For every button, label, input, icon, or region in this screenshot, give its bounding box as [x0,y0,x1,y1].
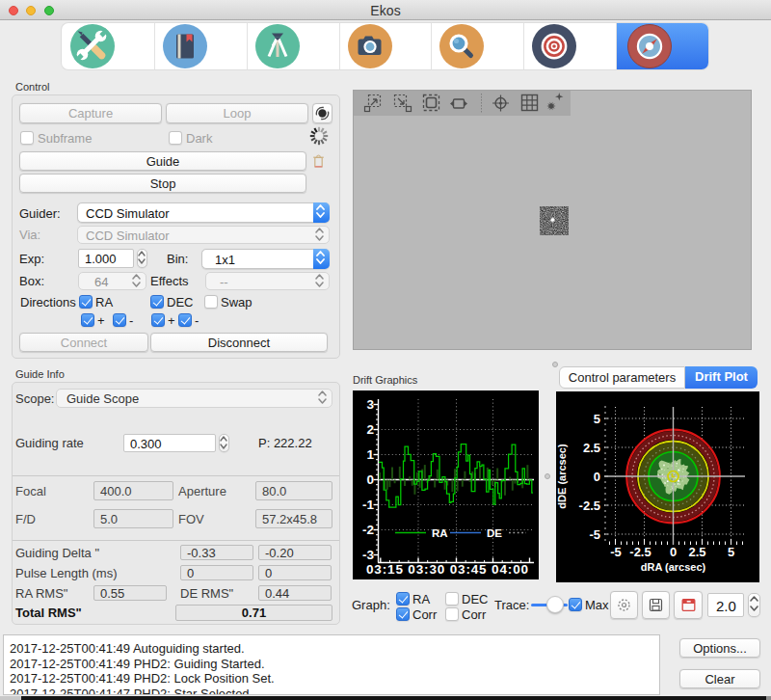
svg-text:0: 0 [670,545,677,559]
svg-text:2: 2 [366,422,374,437]
svg-text:2.5: 2.5 [688,545,705,559]
svg-text:3: 3 [366,397,374,412]
svg-text:0: 0 [366,472,374,487]
svg-text:dDE (arcsec): dDE (arcsec) [556,444,568,509]
svg-text:-1: -1 [362,498,374,512]
svg-text:-5: -5 [610,545,622,559]
svg-text:-2.5: -2.5 [629,545,651,559]
svg-text:5: 5 [594,412,600,426]
svg-text:0: 0 [594,470,600,484]
svg-text:-5: -5 [589,527,600,542]
svg-text:-3: -3 [362,548,374,562]
svg-text:03:15 03:30 03:45 04:00: 03:15 03:30 03:45 04:00 [366,562,528,577]
svg-text:-2: -2 [362,523,374,537]
svg-text:dRA (arcsec): dRA (arcsec) [641,561,706,573]
svg-text:-2.5: -2.5 [579,498,600,513]
svg-text:1: 1 [366,447,374,462]
svg-text:DE: DE [487,527,502,539]
svg-text:RA: RA [432,527,448,539]
svg-text:2.5: 2.5 [583,441,600,455]
svg-text:5: 5 [728,545,734,559]
